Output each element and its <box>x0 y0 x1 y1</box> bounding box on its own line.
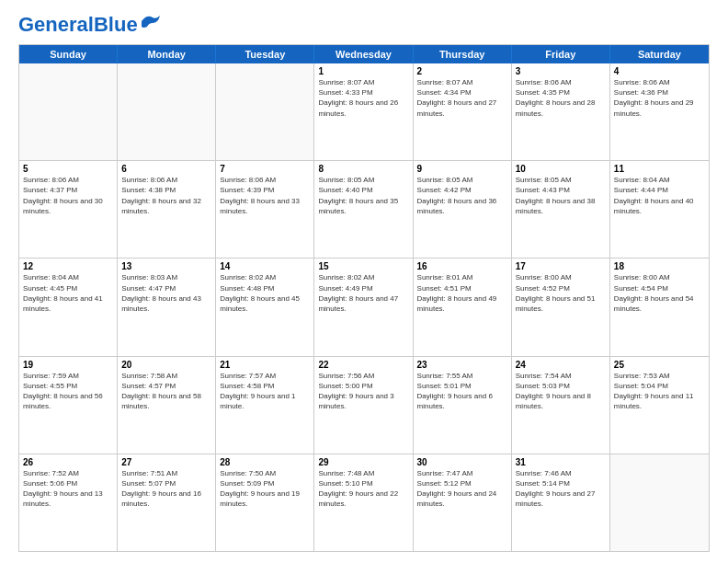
day-number: 15 <box>318 261 408 271</box>
day-number: 14 <box>220 261 310 271</box>
day-info: Sunrise: 7:57 AM Sunset: 4:58 PM Dayligh… <box>220 371 310 412</box>
day-number: 30 <box>417 457 507 467</box>
day-info: Sunrise: 8:06 AM Sunset: 4:38 PM Dayligh… <box>121 175 211 216</box>
day-number: 20 <box>121 360 211 370</box>
header: GeneralBlue <box>18 15 710 35</box>
day-info: Sunrise: 7:58 AM Sunset: 4:57 PM Dayligh… <box>121 371 211 412</box>
day-info: Sunrise: 7:50 AM Sunset: 5:09 PM Dayligh… <box>220 468 310 510</box>
day-cell-27: 27Sunrise: 7:51 AM Sunset: 5:07 PM Dayli… <box>118 454 216 551</box>
day-cell-3: 3Sunrise: 8:06 AM Sunset: 4:35 PM Daylig… <box>512 63 610 160</box>
empty-cell <box>19 63 118 160</box>
day-cell-30: 30Sunrise: 7:47 AM Sunset: 5:12 PM Dayli… <box>414 454 512 551</box>
day-cell-16: 16Sunrise: 8:01 AM Sunset: 4:51 PM Dayli… <box>414 259 512 355</box>
day-cell-29: 29Sunrise: 7:48 AM Sunset: 5:10 PM Dayli… <box>314 454 413 551</box>
day-info: Sunrise: 8:04 AM Sunset: 4:44 PM Dayligh… <box>614 175 705 216</box>
day-number: 1 <box>318 66 408 76</box>
day-number: 13 <box>121 261 211 271</box>
day-cell-25: 25Sunrise: 7:53 AM Sunset: 5:04 PM Dayli… <box>610 357 709 454</box>
day-info: Sunrise: 7:56 AM Sunset: 5:00 PM Dayligh… <box>318 371 408 412</box>
day-cell-28: 28Sunrise: 7:50 AM Sunset: 5:09 PM Dayli… <box>216 454 314 551</box>
day-number: 11 <box>614 164 705 174</box>
day-info: Sunrise: 8:06 AM Sunset: 4:39 PM Dayligh… <box>220 175 310 216</box>
calendar-header: SundayMondayTuesdayWednesdayThursdayFrid… <box>19 45 709 63</box>
day-number: 8 <box>318 164 408 174</box>
day-number: 2 <box>417 66 507 76</box>
day-cell-6: 6Sunrise: 8:06 AM Sunset: 4:38 PM Daylig… <box>118 161 216 258</box>
day-cell-10: 10Sunrise: 8:05 AM Sunset: 4:43 PM Dayli… <box>512 161 610 258</box>
day-number: 3 <box>516 66 606 76</box>
calendar-body: 1Sunrise: 8:07 AM Sunset: 4:33 PM Daylig… <box>19 63 709 551</box>
header-day-friday: Friday <box>512 45 610 63</box>
day-cell-18: 18Sunrise: 8:00 AM Sunset: 4:54 PM Dayli… <box>610 259 709 355</box>
logo-text: GeneralBlue <box>18 15 138 35</box>
calendar: SundayMondayTuesdayWednesdayThursdayFrid… <box>18 44 710 552</box>
day-info: Sunrise: 7:53 AM Sunset: 5:04 PM Dayligh… <box>614 371 705 412</box>
calendar-row: 1Sunrise: 8:07 AM Sunset: 4:33 PM Daylig… <box>19 63 709 160</box>
day-cell-26: 26Sunrise: 7:52 AM Sunset: 5:06 PM Dayli… <box>19 454 118 551</box>
day-number: 4 <box>614 66 705 76</box>
day-number: 7 <box>220 164 310 174</box>
header-day-tuesday: Tuesday <box>216 45 314 63</box>
day-number: 27 <box>121 457 211 467</box>
empty-cell <box>216 63 314 160</box>
day-number: 19 <box>23 360 113 370</box>
day-info: Sunrise: 7:55 AM Sunset: 5:01 PM Dayligh… <box>417 371 507 412</box>
logo-general: General <box>18 13 94 36</box>
calendar-row: 12Sunrise: 8:04 AM Sunset: 4:45 PM Dayli… <box>19 258 709 355</box>
day-info: Sunrise: 7:54 AM Sunset: 5:03 PM Dayligh… <box>516 371 606 412</box>
day-info: Sunrise: 8:04 AM Sunset: 4:45 PM Dayligh… <box>23 272 113 314</box>
empty-cell <box>118 63 216 160</box>
logo-blue: Blue <box>94 13 138 36</box>
day-number: 24 <box>516 360 606 370</box>
day-info: Sunrise: 8:02 AM Sunset: 4:49 PM Dayligh… <box>318 272 408 314</box>
day-info: Sunrise: 8:07 AM Sunset: 4:34 PM Dayligh… <box>417 77 507 119</box>
day-info: Sunrise: 7:51 AM Sunset: 5:07 PM Dayligh… <box>121 468 211 510</box>
day-cell-2: 2Sunrise: 8:07 AM Sunset: 4:34 PM Daylig… <box>414 63 512 160</box>
header-day-sunday: Sunday <box>19 45 118 63</box>
day-cell-11: 11Sunrise: 8:04 AM Sunset: 4:44 PM Dayli… <box>610 161 709 258</box>
day-number: 23 <box>417 360 507 370</box>
day-cell-9: 9Sunrise: 8:05 AM Sunset: 4:42 PM Daylig… <box>414 161 512 258</box>
day-info: Sunrise: 8:05 AM Sunset: 4:43 PM Dayligh… <box>516 175 606 216</box>
calendar-row: 26Sunrise: 7:52 AM Sunset: 5:06 PM Dayli… <box>19 454 709 551</box>
day-info: Sunrise: 8:00 AM Sunset: 4:52 PM Dayligh… <box>516 272 606 314</box>
day-info: Sunrise: 7:52 AM Sunset: 5:06 PM Dayligh… <box>23 468 113 510</box>
day-cell-13: 13Sunrise: 8:03 AM Sunset: 4:47 PM Dayli… <box>118 259 216 355</box>
day-number: 26 <box>23 457 113 467</box>
header-day-wednesday: Wednesday <box>314 45 413 63</box>
day-number: 21 <box>220 360 310 370</box>
day-number: 9 <box>417 164 507 174</box>
day-number: 5 <box>23 164 113 174</box>
day-info: Sunrise: 8:03 AM Sunset: 4:47 PM Dayligh… <box>121 272 211 314</box>
logo-bird-icon <box>140 14 160 29</box>
day-cell-5: 5Sunrise: 8:06 AM Sunset: 4:37 PM Daylig… <box>19 161 118 258</box>
day-cell-7: 7Sunrise: 8:06 AM Sunset: 4:39 PM Daylig… <box>216 161 314 258</box>
day-cell-24: 24Sunrise: 7:54 AM Sunset: 5:03 PM Dayli… <box>512 357 610 454</box>
day-number: 12 <box>23 261 113 271</box>
logo: GeneralBlue <box>18 15 160 35</box>
day-cell-22: 22Sunrise: 7:56 AM Sunset: 5:00 PM Dayli… <box>314 357 413 454</box>
header-day-thursday: Thursday <box>414 45 512 63</box>
day-info: Sunrise: 8:01 AM Sunset: 4:51 PM Dayligh… <box>417 272 507 314</box>
day-cell-19: 19Sunrise: 7:59 AM Sunset: 4:55 PM Dayli… <box>19 357 118 454</box>
day-cell-1: 1Sunrise: 8:07 AM Sunset: 4:33 PM Daylig… <box>314 63 413 160</box>
day-number: 10 <box>516 164 606 174</box>
day-number: 28 <box>220 457 310 467</box>
day-number: 22 <box>318 360 408 370</box>
day-cell-15: 15Sunrise: 8:02 AM Sunset: 4:49 PM Dayli… <box>314 259 413 355</box>
day-cell-4: 4Sunrise: 8:06 AM Sunset: 4:36 PM Daylig… <box>610 63 709 160</box>
header-day-monday: Monday <box>118 45 216 63</box>
day-info: Sunrise: 8:05 AM Sunset: 4:42 PM Dayligh… <box>417 175 507 216</box>
day-info: Sunrise: 8:07 AM Sunset: 4:33 PM Dayligh… <box>318 77 408 119</box>
day-info: Sunrise: 7:47 AM Sunset: 5:12 PM Dayligh… <box>417 468 507 510</box>
day-info: Sunrise: 7:59 AM Sunset: 4:55 PM Dayligh… <box>23 371 113 412</box>
day-cell-14: 14Sunrise: 8:02 AM Sunset: 4:48 PM Dayli… <box>216 259 314 355</box>
day-cell-12: 12Sunrise: 8:04 AM Sunset: 4:45 PM Dayli… <box>19 259 118 355</box>
day-number: 17 <box>516 261 606 271</box>
day-cell-31: 31Sunrise: 7:46 AM Sunset: 5:14 PM Dayli… <box>512 454 610 551</box>
day-number: 25 <box>614 360 705 370</box>
day-number: 31 <box>516 457 606 467</box>
day-number: 18 <box>614 261 705 271</box>
day-number: 29 <box>318 457 408 467</box>
day-info: Sunrise: 8:06 AM Sunset: 4:35 PM Dayligh… <box>516 77 606 119</box>
